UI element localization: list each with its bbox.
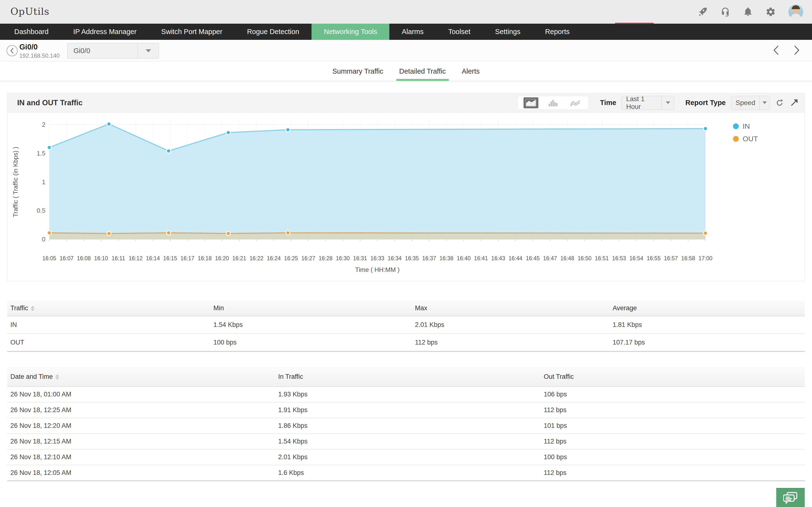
svg-text:0: 0 [42, 236, 45, 243]
nav-item-rogue-detection[interactable]: Rogue Detection [235, 24, 311, 40]
chart-type-group [517, 96, 589, 110]
time-range-select[interactable]: Last 1 Hour [621, 96, 674, 110]
report-type-label: Report Type [686, 99, 726, 107]
table-row: 26 Nov 18, 12:20 AM1.86 Kbps101 bps [7, 418, 805, 434]
table-cell: 1.54 Kbps [275, 434, 541, 449]
nav-item-alarms[interactable]: Alarms [389, 24, 436, 40]
line-chart-icon[interactable] [568, 97, 582, 108]
chart-controls: Time Last 1 Hour Report Type Speed [517, 96, 799, 110]
sort-icon [55, 375, 59, 380]
refresh-icon[interactable] [775, 98, 784, 107]
table-cell: 2.01 Kbps [275, 449, 541, 465]
time-range-arrow [661, 96, 674, 110]
svg-text:1.5: 1.5 [37, 150, 45, 157]
table-cell: 112 bps [541, 402, 805, 418]
panel-title: IN and OUT Traffic [17, 99, 83, 107]
nav-item-dashboard[interactable]: Dashboard [2, 24, 61, 40]
legend-item-out[interactable]: OUT [733, 135, 758, 143]
bell-icon[interactable] [743, 7, 753, 17]
topbar: OpUtils [0, 0, 812, 24]
table-cell: 100 bps [541, 449, 805, 465]
svg-text:17:00: 17:00 [698, 255, 712, 262]
traffic-detail-table: Date and TimeIn TrafficOut Traffic 26 No… [7, 367, 805, 481]
column-header-min: Min [210, 300, 412, 316]
svg-text:16:14: 16:14 [146, 255, 160, 262]
chevron-down-icon [762, 101, 767, 104]
time-label: Time [600, 99, 616, 107]
column-header-traffic[interactable]: Traffic [7, 300, 210, 316]
chevron-down-icon [146, 49, 151, 52]
traffic-panel: IN and OUT Traffic Time Last 1 Hour Repo… [7, 93, 805, 281]
svg-text:Time ( HH:MM ): Time ( HH:MM ) [355, 266, 400, 273]
nav-item-reports[interactable]: Reports [532, 24, 582, 40]
svg-text:16:53: 16:53 [612, 255, 626, 262]
svg-text:16:10: 16:10 [94, 255, 108, 262]
column-header-date-and-time[interactable]: Date and Time [7, 367, 275, 387]
bar-chart-icon[interactable] [546, 97, 560, 108]
svg-text:16:35: 16:35 [405, 255, 419, 262]
column-header-average: Average [609, 300, 805, 316]
svg-text:16:55: 16:55 [647, 255, 661, 262]
table-cell: 101 bps [541, 418, 805, 434]
expand-icon[interactable] [790, 98, 799, 107]
table-row: 26 Nov 18, 12:05 AM1.6 Kbps112 bps [7, 465, 805, 481]
table-cell: 1.6 Kbps [275, 465, 541, 481]
svg-text:Traffic ( Traffic (in Kbps) ): Traffic ( Traffic (in Kbps) ) [12, 147, 19, 217]
nav-item-toolset[interactable]: Toolset [436, 24, 483, 40]
column-header-max: Max [412, 300, 609, 316]
nav-item-settings[interactable]: Settings [483, 24, 533, 40]
table-cell: 107.17 bps [609, 334, 805, 351]
traffic-summary-table: TrafficMinMaxAverage IN1.54 Kbps2.01 Kbp… [7, 300, 805, 352]
svg-text:16:21: 16:21 [232, 255, 246, 262]
device-subheader: Gi0/0 192.168.50.140 Gi0/0 [0, 40, 812, 62]
table-row: 26 Nov 18, 12:25 AM1.91 Kbps112 bps [7, 402, 805, 418]
table-row: OUT100 bps112 bps107.17 bps [7, 334, 805, 351]
device-name: Gi0/0 [19, 43, 60, 51]
main-nav: DashboardIP Address ManagerSwitch Port M… [0, 24, 812, 40]
table-row: 26 Nov 18, 12:10 AM2.01 Kbps100 bps [7, 449, 805, 465]
interface-selector-value: Gi0/0 [67, 43, 138, 58]
svg-text:16:07: 16:07 [60, 255, 74, 262]
svg-text:16:47: 16:47 [543, 255, 557, 262]
table-cell: 100 bps [210, 334, 412, 351]
gear-icon[interactable] [766, 7, 776, 17]
next-chevron-icon[interactable] [794, 45, 800, 55]
nav-item-networking-tools[interactable]: Networking Tools [311, 24, 389, 40]
area-chart-icon[interactable] [523, 97, 539, 108]
svg-text:16:15: 16:15 [163, 255, 177, 262]
report-type-select[interactable]: Speed [731, 96, 770, 110]
table-cell: 26 Nov 18, 12:25 AM [7, 402, 275, 418]
report-type-arrow [760, 96, 769, 110]
table-cell: 1.93 Kbps [275, 387, 541, 402]
interface-pager [773, 45, 800, 55]
nav-item-ip-address-manager[interactable]: IP Address Manager [61, 24, 149, 40]
headset-icon[interactable] [720, 7, 730, 17]
legend-label: IN [743, 122, 750, 130]
chat-icon [783, 492, 798, 504]
nav-item-switch-port-mapper[interactable]: Switch Port Mapper [149, 24, 235, 40]
panel-header: IN and OUT Traffic Time Last 1 Hour Repo… [7, 93, 805, 113]
app-logo: OpUtils [10, 6, 49, 17]
table-cell: 26 Nov 18, 12:20 AM [7, 418, 275, 434]
chat-button[interactable] [776, 488, 805, 507]
back-button[interactable] [6, 45, 18, 56]
column-header-in-traffic: In Traffic [275, 367, 541, 387]
table-cell: IN [7, 316, 210, 334]
interface-selector[interactable]: Gi0/0 [67, 43, 159, 58]
legend-label: OUT [743, 135, 758, 143]
user-avatar[interactable] [788, 4, 803, 19]
legend-item-in[interactable]: IN [733, 122, 758, 130]
prev-chevron-icon[interactable] [773, 45, 779, 55]
traffic-chart[interactable]: 16:0516:0716:0816:1016:1116:1216:1416:15… [7, 113, 805, 281]
tab-summary-traffic[interactable]: Summary Traffic [329, 62, 386, 81]
rocket-icon[interactable] [698, 7, 708, 17]
table-cell: 26 Nov 18, 12:15 AM [7, 434, 275, 449]
tab-detailed-traffic[interactable]: Detailed Traffic [396, 62, 449, 81]
time-range-value: Last 1 Hour [622, 96, 661, 110]
tab-alerts[interactable]: Alerts [459, 62, 483, 81]
sort-icon [31, 306, 35, 311]
svg-text:16:22: 16:22 [250, 255, 264, 262]
table-cell: 26 Nov 18, 12:10 AM [7, 449, 275, 465]
svg-text:16:54: 16:54 [629, 255, 643, 262]
table-cell: 112 bps [541, 434, 805, 449]
